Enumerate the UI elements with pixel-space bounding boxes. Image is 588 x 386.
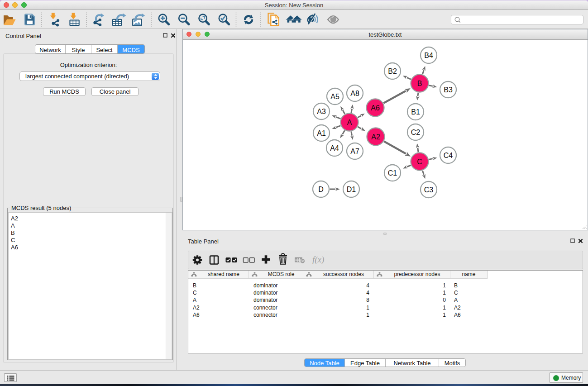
svg-text:A7: A7	[350, 148, 359, 155]
svg-text:C3: C3	[424, 186, 434, 194]
svg-text:B2: B2	[388, 67, 397, 75]
svg-text:A: A	[347, 119, 352, 126]
svg-text:A5: A5	[330, 93, 339, 100]
svg-text:B1: B1	[411, 108, 420, 116]
svg-text:B3: B3	[444, 86, 453, 94]
svg-text:A6: A6	[371, 104, 380, 112]
svg-text:B: B	[417, 80, 422, 87]
svg-text:C: C	[417, 158, 422, 166]
svg-text:C4: C4	[444, 152, 453, 159]
svg-text:A2: A2	[371, 133, 380, 141]
svg-text:D: D	[318, 186, 324, 193]
svg-text:D1: D1	[347, 186, 356, 193]
svg-text:C1: C1	[388, 169, 397, 177]
svg-text:B4: B4	[424, 52, 433, 59]
svg-text:A1: A1	[317, 129, 326, 137]
svg-text:A3: A3	[317, 108, 326, 115]
svg-text:A4: A4	[330, 144, 339, 152]
svg-text:C2: C2	[411, 129, 421, 136]
svg-text:A8: A8	[350, 90, 359, 97]
